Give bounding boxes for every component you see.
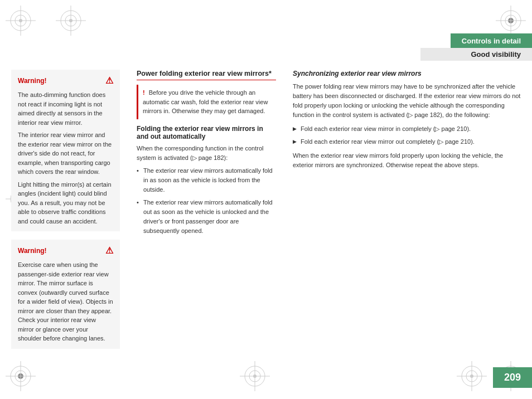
bullet-item-2: The exterior rear view mirrors automatic…	[137, 198, 276, 236]
chapter-tab: Controls in detail	[451, 33, 532, 48]
sync-title: Synchronizing exterior rear view mirrors	[293, 70, 521, 77]
warning-box-1: Warning! ⚠ The auto-dimming function doe…	[11, 70, 120, 231]
warning-2-text: Exercise care when using the passenger-s…	[18, 260, 113, 343]
info-icon: !	[143, 89, 145, 96]
arrow-item-1: Fold each exterior rear view mirror in c…	[293, 124, 521, 134]
section-subtitle-label: Good visibility	[471, 50, 521, 59]
arrow-list: Fold each exterior rear view mirror in c…	[293, 124, 521, 147]
info-box: ! Before you drive the vehicle through a…	[137, 85, 276, 119]
warning-box-2: Warning! ⚠ Exercise care when using the …	[11, 240, 120, 349]
warning-triangle-icon-1: ⚠	[105, 75, 113, 86]
folding-subsection-title: Folding the exterior rear view mirrors i…	[137, 125, 276, 140]
left-column: Warning! ⚠ The auto-dimming function doe…	[0, 64, 128, 399]
warning-1-text: The auto-dimming function does not react…	[18, 90, 113, 226]
arrow-item-2: Fold each exterior rear view mirror out …	[293, 137, 521, 147]
right-column: Synchronizing exterior rear view mirrors…	[284, 64, 532, 399]
bullet-item-1: The exterior rear view mirrors automatic…	[137, 166, 276, 194]
bullet-list: The exterior rear view mirrors automatic…	[137, 166, 276, 236]
middle-column: Power folding exterior rear view mirrors…	[128, 64, 284, 399]
warning-triangle-icon-2: ⚠	[105, 245, 113, 256]
sync-body-text: The power folding rear view mirrors may …	[293, 82, 521, 120]
chapter-tab-label: Controls in detail	[462, 37, 521, 45]
page-header: Controls in detail Good visibility	[0, 0, 532, 61]
power-folding-title: Power folding exterior rear view mirrors…	[137, 70, 276, 80]
intro-text: When the corresponding function in the c…	[137, 144, 276, 163]
warning-1-title: Warning! ⚠	[18, 75, 113, 86]
closing-text: When the exterior rear view mirrors fold…	[293, 151, 521, 170]
warning-2-title: Warning! ⚠	[18, 245, 113, 256]
section-subtitle: Good visibility	[420, 48, 532, 61]
main-content: Warning! ⚠ The auto-dimming function doe…	[0, 64, 532, 399]
